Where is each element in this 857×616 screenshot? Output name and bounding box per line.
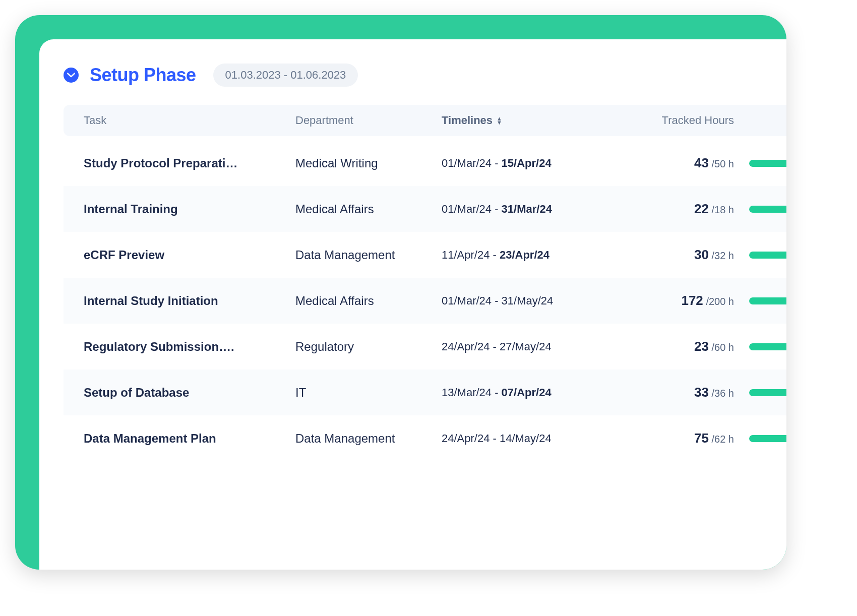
progress-bar (749, 160, 786, 167)
progress-bar (749, 206, 786, 213)
table-header-row: Task Department Timelines ▲▼ Tracked Hou… (64, 105, 786, 136)
progress-bar (749, 252, 786, 259)
content-panel: Setup Phase 01.03.2023 - 01.06.2023 Task… (39, 39, 786, 570)
progress-bar (749, 389, 786, 396)
tracked-hours: 43 /50 h (598, 155, 739, 171)
task-name: Internal Study Initiation (84, 294, 295, 308)
table-row[interactable]: Study Protocol Preparati…Medical Writing… (64, 140, 786, 186)
department-name: Data Management (295, 432, 442, 446)
table-row[interactable]: Regulatory Submission….Regulatory24/Apr/… (64, 324, 786, 369)
tracked-hours: 30 /32 h (598, 247, 739, 263)
progress-cell (739, 343, 786, 350)
department-name: Medical Writing (295, 156, 442, 170)
tracked-hours: 172 /200 h (598, 293, 739, 309)
progress-cell (739, 206, 786, 213)
col-tracked-hours[interactable]: Tracked Hours (598, 114, 739, 127)
task-name: Setup of Database (84, 386, 295, 400)
sort-icon: ▲▼ (497, 116, 502, 125)
department-name: Regulatory (295, 340, 442, 354)
task-name: Internal Training (84, 202, 295, 216)
progress-bar (749, 297, 786, 304)
task-name: Data Management Plan (84, 432, 295, 446)
timeline-range: 24/Apr/24 - 27/May/24 (442, 340, 598, 353)
timeline-range: 01/Mar/24 - 31/Mar/24 (442, 203, 598, 216)
tracked-hours: 75 /62 h (598, 430, 739, 446)
timeline-range: 01/Mar/24 - 15/Apr/24 (442, 157, 598, 170)
progress-cell (739, 389, 786, 396)
progress-cell (739, 160, 786, 167)
table-row[interactable]: Internal TrainingMedical Affairs01/Mar/2… (64, 186, 786, 232)
progress-cell (739, 252, 786, 259)
chevron-down-icon (67, 73, 75, 78)
phase-title: Setup Phase (90, 65, 196, 86)
progress-cell (739, 297, 786, 304)
timeline-range: 11/Apr/24 - 23/Apr/24 (442, 249, 598, 262)
progress-bar (749, 343, 786, 350)
department-name: Medical Affairs (295, 294, 442, 308)
progress-cell (739, 435, 786, 442)
phase-date-range: 01.03.2023 - 01.06.2023 (213, 64, 358, 87)
tracked-hours: 22 /18 h (598, 201, 739, 217)
tracked-hours: 23 /60 h (598, 339, 739, 354)
task-name: Study Protocol Preparati… (84, 156, 295, 170)
department-name: Medical Affairs (295, 202, 442, 216)
col-timelines[interactable]: Timelines ▲▼ (442, 114, 598, 127)
department-name: Data Management (295, 248, 442, 262)
timeline-range: 01/Mar/24 - 31/May/24 (442, 294, 598, 307)
table-row[interactable]: eCRF PreviewData Management11/Apr/24 - 2… (64, 232, 786, 278)
progress-bar (749, 435, 786, 442)
col-task[interactable]: Task (84, 114, 295, 127)
table-row[interactable]: Setup of DatabaseIT13/Mar/24 - 07/Apr/24… (64, 369, 786, 415)
table-row[interactable]: Data Management PlanData Management24/Ap… (64, 415, 786, 461)
app-frame: Setup Phase 01.03.2023 - 01.06.2023 Task… (15, 15, 786, 570)
timeline-range: 24/Apr/24 - 14/May/24 (442, 432, 598, 445)
tracked-hours: 33 /36 h (598, 385, 739, 400)
collapse-toggle[interactable] (64, 68, 79, 83)
timeline-range: 13/Mar/24 - 07/Apr/24 (442, 386, 598, 399)
department-name: IT (295, 386, 442, 400)
col-timelines-label: Timelines (442, 114, 493, 127)
table-row[interactable]: Internal Study InitiationMedical Affairs… (64, 278, 786, 324)
col-department[interactable]: Department (295, 114, 442, 127)
task-name: eCRF Preview (84, 248, 295, 262)
phase-header: Setup Phase 01.03.2023 - 01.06.2023 (64, 64, 786, 87)
task-name: Regulatory Submission…. (84, 340, 295, 354)
task-table: Task Department Timelines ▲▼ Tracked Hou… (64, 105, 786, 461)
